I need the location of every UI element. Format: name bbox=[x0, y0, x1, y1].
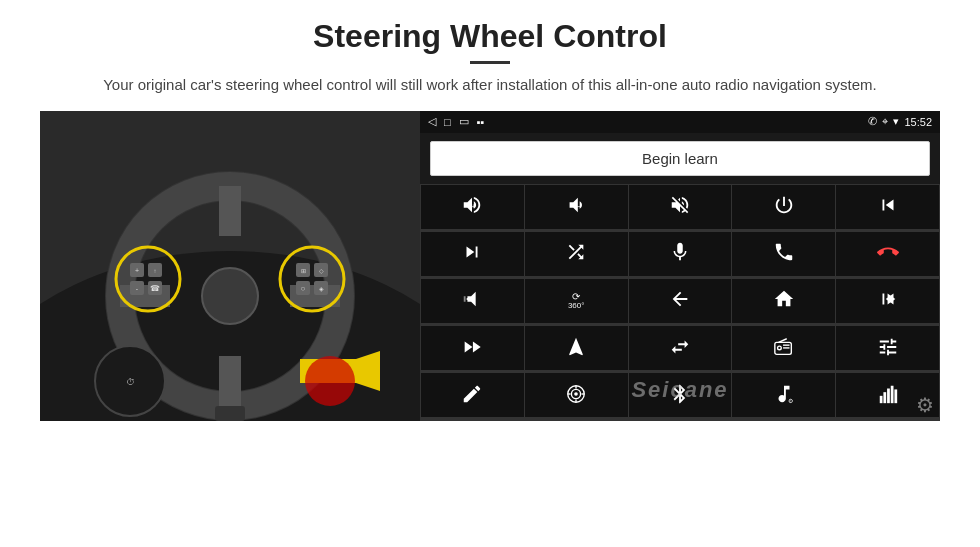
svg-point-42 bbox=[574, 392, 578, 396]
vol-down-icon: − bbox=[565, 194, 587, 219]
shuffle-icon bbox=[565, 241, 587, 266]
status-bar-left: ◁ □ ▭ ▪▪ bbox=[428, 115, 484, 128]
svg-text:◈: ◈ bbox=[319, 286, 324, 292]
rewind-button[interactable] bbox=[836, 279, 939, 323]
speaker-button[interactable] bbox=[421, 279, 524, 323]
title-section: Steering Wheel Control Your original car… bbox=[40, 18, 940, 97]
steering-wheel-image: + ↑ - ☎ ⊞ ◇ ○ ◈ bbox=[40, 111, 420, 421]
svg-text:☎: ☎ bbox=[150, 284, 160, 293]
radio-panel: ◁ □ ▭ ▪▪ ✆ ⌖ ▾ 15:52 Begin learn bbox=[420, 111, 940, 421]
bars-icon bbox=[877, 383, 899, 408]
svg-point-35 bbox=[467, 298, 469, 300]
360-label: 360° bbox=[568, 302, 585, 311]
pen-button[interactable] bbox=[421, 373, 524, 417]
music-settings-icon: ⚙ bbox=[773, 383, 795, 408]
settings-button[interactable]: ⚙ bbox=[916, 393, 934, 417]
svg-rect-50 bbox=[887, 388, 890, 403]
swap-icon bbox=[669, 336, 691, 361]
360-button[interactable]: ⟳ 360° bbox=[525, 279, 628, 323]
status-bar-right: ✆ ⌖ ▾ 15:52 bbox=[868, 115, 932, 128]
navigation-icon bbox=[565, 336, 587, 361]
svg-text:⊞: ⊞ bbox=[301, 268, 306, 274]
back-icon: ◁ bbox=[428, 115, 436, 128]
svg-text:○: ○ bbox=[301, 284, 306, 293]
signal-icon: ▪▪ bbox=[477, 116, 485, 128]
mic-button[interactable] bbox=[629, 232, 732, 276]
wifi-status-icon: ▾ bbox=[893, 115, 899, 128]
phone-call-icon bbox=[773, 241, 795, 266]
power-button[interactable] bbox=[732, 185, 835, 229]
back-nav-button[interactable] bbox=[629, 279, 732, 323]
title-divider bbox=[470, 61, 510, 64]
vol-up-icon: + bbox=[461, 194, 483, 219]
equalizer-icon bbox=[877, 336, 899, 361]
back-nav-icon bbox=[669, 288, 691, 313]
clock: 15:52 bbox=[904, 116, 932, 128]
home-icon: □ bbox=[444, 116, 451, 128]
home-nav-icon bbox=[773, 288, 795, 313]
skip-fwd-icon bbox=[461, 241, 483, 266]
target-button[interactable] bbox=[525, 373, 628, 417]
home-nav-button[interactable] bbox=[732, 279, 835, 323]
svg-text:+: + bbox=[471, 202, 475, 211]
svg-text:⏱: ⏱ bbox=[126, 377, 135, 387]
svg-text:−: − bbox=[575, 202, 580, 212]
music-settings-button[interactable]: ⚙ bbox=[732, 373, 835, 417]
radio-icon bbox=[773, 336, 795, 361]
skip-fwd-button[interactable] bbox=[421, 232, 524, 276]
svg-rect-48 bbox=[879, 396, 882, 403]
mute-icon bbox=[669, 194, 691, 219]
pen-icon bbox=[461, 383, 483, 408]
begin-learn-button[interactable]: Begin learn bbox=[430, 141, 930, 176]
bluetooth-icon bbox=[669, 383, 691, 408]
power-icon bbox=[773, 194, 795, 219]
equalizer-button[interactable] bbox=[836, 326, 939, 370]
svg-point-37 bbox=[777, 346, 781, 350]
360-icon: ⟳ 360° bbox=[568, 291, 585, 311]
page-wrapper: Steering Wheel Control Your original car… bbox=[0, 0, 980, 431]
controls-grid: + − bbox=[420, 184, 940, 421]
vol-up-button[interactable]: + bbox=[421, 185, 524, 229]
begin-learn-row: Begin learn bbox=[420, 133, 940, 184]
svg-text:+: + bbox=[135, 267, 139, 274]
prev-track-icon bbox=[877, 194, 899, 219]
svg-text:◇: ◇ bbox=[319, 268, 324, 274]
mic-icon bbox=[669, 241, 691, 266]
hang-up-icon bbox=[877, 241, 899, 266]
radio-button[interactable] bbox=[732, 326, 835, 370]
svg-rect-29 bbox=[215, 406, 245, 421]
phone-status-icon: ✆ bbox=[868, 115, 877, 128]
swap-button[interactable] bbox=[629, 326, 732, 370]
svg-text:⚙: ⚙ bbox=[787, 397, 792, 404]
content-row: + ↑ - ☎ ⊞ ◇ ○ ◈ bbox=[40, 111, 940, 421]
prev-track-button[interactable] bbox=[836, 185, 939, 229]
svg-rect-51 bbox=[890, 386, 893, 403]
bluetooth-button[interactable] bbox=[629, 373, 732, 417]
svg-point-8 bbox=[202, 268, 258, 324]
speaker-icon bbox=[461, 288, 483, 313]
navigation-button[interactable] bbox=[525, 326, 628, 370]
fast-fwd-button[interactable] bbox=[421, 326, 524, 370]
shuffle-button[interactable] bbox=[525, 232, 628, 276]
svg-rect-52 bbox=[894, 389, 897, 403]
svg-text:↑: ↑ bbox=[154, 268, 157, 274]
recents-icon: ▭ bbox=[459, 115, 469, 128]
svg-point-32 bbox=[305, 356, 355, 406]
subtitle: Your original car's steering wheel contr… bbox=[40, 74, 940, 97]
hang-up-button[interactable] bbox=[836, 232, 939, 276]
fast-fwd-icon bbox=[461, 336, 483, 361]
target-icon bbox=[565, 383, 587, 408]
rewind-icon bbox=[877, 288, 899, 313]
status-bar: ◁ □ ▭ ▪▪ ✆ ⌖ ▾ 15:52 bbox=[420, 111, 940, 133]
phone-call-button[interactable] bbox=[732, 232, 835, 276]
vol-down-button[interactable]: − bbox=[525, 185, 628, 229]
location-status-icon: ⌖ bbox=[882, 115, 888, 128]
mute-button[interactable] bbox=[629, 185, 732, 229]
svg-rect-49 bbox=[883, 392, 886, 403]
page-title: Steering Wheel Control bbox=[40, 18, 940, 55]
